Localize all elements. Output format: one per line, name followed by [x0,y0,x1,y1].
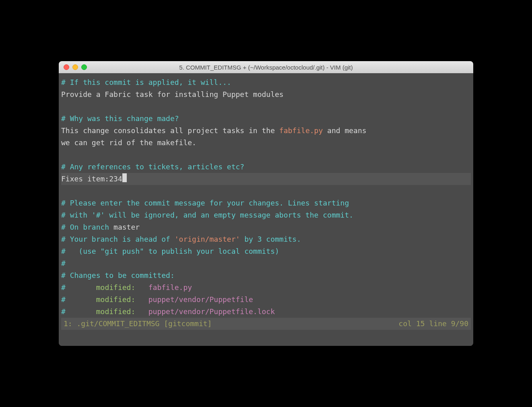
traffic-lights [64,64,87,70]
comment-line: # Your branch is ahead of [61,235,175,243]
comment-line: # [61,259,66,267]
comment-line: # On branch [61,223,113,231]
terminal-window: 5. COMMIT_EDITMSG + (~/Workspace/octoclo… [59,61,473,346]
minimize-button[interactable] [72,64,78,70]
commit-refs: Fixes item:234 [61,175,122,183]
comment-line: # Changes to be committed: [61,271,175,280]
close-button[interactable] [64,64,69,70]
maximize-button[interactable] [81,64,87,70]
comment-line: # Why was this change made? [61,114,179,123]
remote-name: 'origin/master' [175,235,240,243]
vim-statusbar: 1: .git/COMMIT_EDITMSG [gitcommit] col 1… [61,318,471,330]
modified-file: puppet/vendor/Puppetfile.lock [148,307,275,316]
cursor-line: Fixes item:234 [61,173,471,185]
commit-body: and means [323,126,366,135]
commit-body: we can get rid of the makefile. [61,138,196,147]
statusbar-right: col 15 line 9/90 [399,318,468,330]
comment-line: # If this commit is applied, it will... [61,78,231,86]
comment-line: by 3 commits. [240,235,301,243]
modified-file: fabfile.py [148,283,192,292]
branch-name: master [113,223,140,231]
statusbar-left: 1: .git/COMMIT_EDITMSG [gitcommit] [64,318,212,330]
commit-body: This change consolidates all project tas… [61,126,279,135]
window-title: 5. COMMIT_EDITMSG + (~/Workspace/octoclo… [64,64,468,71]
vim-editor[interactable]: # If this commit is applied, it will... … [59,73,473,346]
modified-label: modified: [96,295,148,304]
filename-highlight: fabfile.py [279,126,323,135]
comment-line: # Any references to tickets, articles et… [61,162,244,171]
comment-line: # Please enter the commit message for yo… [61,199,349,207]
comment-line: # with '#' will be ignored, and an empty… [61,211,353,219]
modified-label: modified: [96,307,148,316]
modified-label: modified: [96,283,148,292]
comment-line: # (use "git push" to publish your local … [61,247,279,255]
comment-hash: # [61,295,66,304]
comment-hash: # [61,283,66,292]
commit-subject: Provide a Fabric task for installing Pup… [61,90,284,99]
window-titlebar: 5. COMMIT_EDITMSG + (~/Workspace/octoclo… [59,61,473,73]
comment-hash: # [61,307,66,316]
cursor [122,173,127,182]
modified-file: puppet/vendor/Puppetfile [148,295,253,304]
